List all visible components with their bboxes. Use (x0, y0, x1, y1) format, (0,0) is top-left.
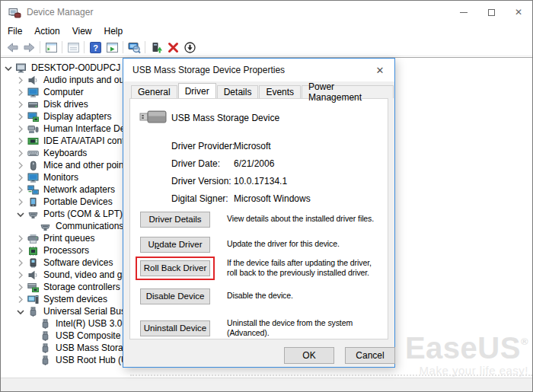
dialog-close-button[interactable]: ✕ (372, 63, 388, 77)
update-driver-icon (150, 41, 163, 54)
chevron-right-icon[interactable] (16, 88, 27, 97)
storage-device-icon (27, 282, 40, 292)
maximize-icon (488, 9, 495, 16)
tree-item-label: Processors (43, 245, 89, 256)
chevron-right-icon[interactable] (16, 161, 27, 170)
tab-details[interactable]: Details (217, 85, 259, 98)
tab-driver[interactable]: Driver (178, 83, 216, 98)
tree-item-label: Monitors (43, 172, 78, 183)
cancel-button[interactable]: Cancel (345, 347, 395, 364)
menu-bar: FileActionViewHelp (1, 24, 532, 39)
window-controls: ✕ (450, 1, 532, 24)
close-button[interactable]: ✕ (505, 1, 532, 24)
keyboard-device-icon (27, 148, 40, 158)
chevron-right-icon[interactable] (16, 100, 27, 109)
chevron-right-icon[interactable] (16, 113, 27, 121)
minimize-button[interactable] (450, 1, 477, 24)
device-name: USB Mass Storage Device (171, 113, 279, 123)
chevron-right-icon[interactable] (16, 283, 27, 292)
properties-dialog: USB Mass Storage Device Properties ✕ Gen… (123, 58, 395, 368)
action-window-icon (106, 41, 119, 54)
tab-power-management[interactable]: Power Management (302, 85, 394, 98)
toolbar-properties-window-button[interactable] (65, 40, 81, 56)
menu-view[interactable]: View (66, 24, 98, 38)
chevron-right-icon[interactable] (16, 149, 27, 158)
properties-window-icon (67, 41, 80, 54)
toolbar-update-driver-button[interactable] (148, 40, 164, 56)
action-description: Disable the device. (227, 291, 293, 301)
action-description: Uninstall the device from the system (Ad… (227, 318, 383, 338)
tree-item-label: Storage controllers (43, 282, 120, 292)
svg-text:?: ? (93, 43, 98, 52)
toolbar-scan-hardware-button[interactable] (126, 40, 142, 56)
toolbar-uninstall-device-button[interactable] (164, 40, 181, 56)
highlight-box: Roll Back Driver (136, 257, 215, 280)
tree-item-label: Computer (43, 87, 84, 97)
tab-general[interactable]: General (131, 85, 177, 98)
roll-back-driver-button[interactable]: Roll Back Driver (140, 260, 210, 276)
network-device-icon (27, 185, 40, 195)
field-value-driver-version: 10.0.17134.1 (234, 176, 287, 186)
chevron-down-icon[interactable] (4, 64, 15, 72)
toolbar-action-window-button[interactable] (104, 40, 120, 56)
menu-file[interactable]: File (2, 24, 28, 38)
toolbar-help-button[interactable]: ? (87, 40, 104, 56)
tree-item-label: Portable Devices (43, 196, 113, 207)
chevron-right-icon[interactable] (16, 76, 27, 84)
menu-help[interactable]: Help (98, 24, 129, 38)
ok-button[interactable]: OK (284, 347, 334, 364)
port-device-icon (27, 209, 40, 219)
usb-device-icon (139, 107, 168, 126)
chevron-right-icon[interactable] (16, 259, 27, 267)
chevron-down-icon[interactable] (16, 308, 27, 316)
device-manager-icon (8, 7, 21, 18)
toolbar-console-tree-button[interactable] (43, 40, 59, 56)
field-label-driver-provider: Driver Provider: (171, 141, 235, 151)
dialog-title-bar: USB Mass Storage Device Properties ✕ (123, 59, 394, 81)
ide-device-icon (27, 136, 40, 146)
tree-item-label: Print queues (43, 233, 94, 244)
display-device-icon (27, 112, 40, 122)
chevron-right-icon[interactable] (16, 247, 27, 255)
hid-device-icon (27, 124, 40, 134)
chevron-right-icon[interactable] (16, 174, 27, 182)
chevron-right-icon[interactable] (16, 137, 27, 145)
portable-device-icon (27, 197, 40, 207)
disable-device-button[interactable]: Disable Device (140, 288, 210, 304)
uninstall-device-icon (167, 41, 180, 54)
field-label-digital-signer: Digital Signer: (171, 193, 228, 204)
usb-device-icon (40, 343, 52, 353)
toolbar-disable-device-button[interactable] (181, 40, 198, 56)
chevron-right-icon[interactable] (16, 271, 27, 279)
toolbar-back-arrow-button[interactable] (4, 40, 21, 56)
dialog-title: USB Mass Storage Device Properties (132, 65, 285, 75)
driver-details-button[interactable]: Driver Details (140, 212, 210, 228)
chevron-right-icon[interactable] (16, 295, 27, 304)
chevron-right-icon[interactable] (16, 186, 27, 194)
action-description: If the device fails after updating the d… (227, 258, 383, 278)
tab-events[interactable]: Events (259, 85, 301, 98)
update-driver-button[interactable]: Update Driver (140, 237, 210, 253)
driver-tab-page: USB Mass Storage Device Driver Provider:… (129, 98, 388, 339)
action-row-uninstall-device: Uninstall DeviceUninstall the device fro… (140, 314, 383, 342)
menu-action[interactable]: Action (28, 24, 65, 38)
uninstall-device-button[interactable]: Uninstall Device (140, 320, 210, 336)
audio-device-icon (27, 75, 40, 85)
usb-device-icon (40, 331, 52, 341)
chevron-down-icon[interactable] (16, 210, 27, 218)
usb-device-icon (27, 307, 40, 317)
toolbar-separator (40, 41, 40, 53)
tree-item-label: Display adapters (43, 111, 111, 122)
chevron-right-icon[interactable] (16, 125, 27, 133)
field-label-driver-version: Driver Version: (171, 176, 231, 186)
software-device-icon (27, 258, 40, 268)
toolbar-forward-arrow-button[interactable] (21, 40, 37, 56)
tree-item-label: System devices (43, 294, 107, 304)
title-bar: Device Manager ✕ (1, 1, 532, 24)
chevron-right-icon[interactable] (16, 234, 27, 243)
maximize-button[interactable] (477, 1, 505, 24)
monitor-device-icon (27, 88, 40, 97)
audio-device-icon (27, 270, 40, 280)
chevron-right-icon[interactable] (16, 198, 27, 206)
disable-device-icon (184, 41, 196, 54)
